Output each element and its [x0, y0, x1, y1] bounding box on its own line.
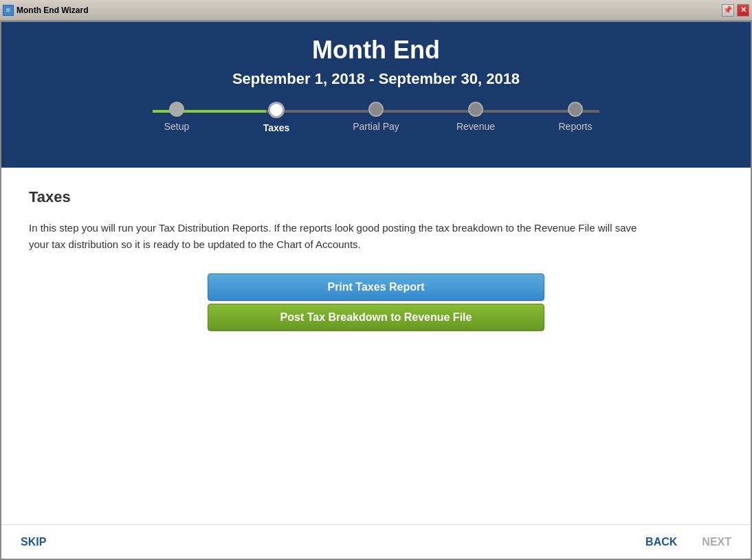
titlebar-title: Month End Wizard [16, 5, 719, 15]
content-area: Taxes In this step you will run your Tax… [1, 168, 751, 524]
step-revenue: Revenue [434, 102, 517, 133]
titlebar: ≡ Month End Wizard 📌 ✕ [0, 0, 752, 21]
pin-button[interactable]: 📌 [722, 4, 734, 16]
section-title: Taxes [29, 188, 723, 206]
step-reports: Reports [534, 102, 617, 133]
action-buttons: Print Taxes Report Post Tax Breakdown to… [29, 273, 723, 331]
step-taxes: Taxes [235, 102, 318, 133]
step-dot-revenue [468, 102, 483, 117]
progress-steps: Setup Taxes Partial Pay Revenue Reports [135, 102, 617, 133]
section-description: In this step you will run your Tax Distr… [29, 220, 648, 253]
step-label-taxes: Taxes [263, 122, 290, 133]
step-partial-pay: Partial Pay [335, 102, 417, 133]
skip-button[interactable]: SKIP [15, 533, 52, 551]
footer: SKIP BACK NEXT [1, 524, 751, 559]
step-label-setup: Setup [164, 121, 190, 132]
step-label-revenue: Revenue [456, 121, 495, 132]
step-dot-reports [568, 102, 583, 117]
progress-bar: Setup Taxes Partial Pay Revenue Reports [135, 102, 617, 154]
post-tax-button[interactable]: Post Tax Breakdown to Revenue File [208, 304, 544, 331]
main-window: Month End September 1, 2018 - September … [0, 21, 752, 560]
step-label-partial-pay: Partial Pay [353, 121, 399, 132]
date-range: September 1, 2018 - September 30, 2018 [1, 70, 751, 88]
footer-right-buttons: BACK NEXT [640, 533, 737, 551]
print-taxes-button[interactable]: Print Taxes Report [208, 273, 544, 301]
page-title: Month End [1, 36, 751, 65]
header: Month End September 1, 2018 - September … [1, 22, 751, 168]
step-dot-setup [169, 102, 184, 117]
close-button[interactable]: ✕ [737, 4, 749, 16]
step-setup: Setup [135, 102, 218, 133]
back-button[interactable]: BACK [640, 533, 683, 551]
step-dot-taxes [268, 102, 285, 118]
step-label-reports: Reports [558, 121, 592, 132]
app-icon: ≡ [3, 5, 14, 16]
next-button: NEXT [696, 533, 737, 551]
step-dot-partial-pay [368, 102, 384, 117]
